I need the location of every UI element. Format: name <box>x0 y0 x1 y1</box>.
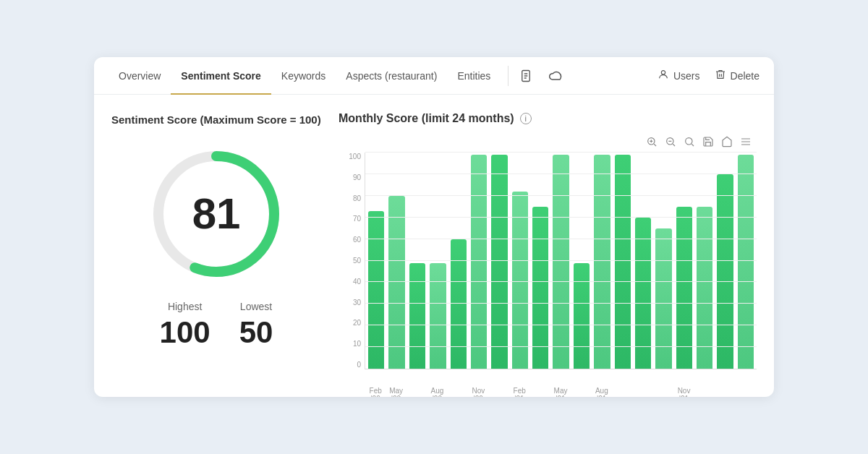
bar[interactable] <box>717 174 733 369</box>
bar-group[interactable] <box>635 153 651 369</box>
bar-group[interactable] <box>738 153 754 369</box>
y-axis-label: 60 <box>339 236 361 244</box>
bar[interactable] <box>574 263 590 369</box>
tab-separator <box>508 66 509 86</box>
highest-label: Highest <box>168 301 202 312</box>
bar-group[interactable] <box>594 153 610 369</box>
y-axis-label: 50 <box>339 257 361 265</box>
bar[interactable] <box>553 155 569 369</box>
svg-point-14 <box>686 138 692 145</box>
cloud-icon[interactable] <box>546 66 566 86</box>
bar[interactable] <box>368 211 384 369</box>
bar-group[interactable] <box>512 153 528 369</box>
bar[interactable] <box>655 228 671 369</box>
bar[interactable] <box>388 196 404 369</box>
bar-chart-wrapper: 0102030405060708090100 Feb '20May '20Aug… <box>339 134 757 380</box>
bar-group[interactable] <box>553 153 569 369</box>
highest-value: 100 <box>160 315 210 350</box>
bar-group[interactable] <box>430 153 446 369</box>
lowest-label: Lowest <box>240 301 272 312</box>
menu-icon[interactable] <box>738 134 754 150</box>
zoom-out-icon[interactable] <box>663 134 678 150</box>
lowest-stat: Lowest 50 <box>239 301 273 350</box>
x-axis-label <box>655 387 671 397</box>
y-axis-label: 70 <box>339 215 361 223</box>
y-axis-label: 10 <box>339 340 361 348</box>
bar[interactable] <box>738 155 754 369</box>
x-axis-label: May '20 <box>388 387 404 397</box>
tab-bar: Overview Sentiment Score Keywords Aspect… <box>94 57 774 95</box>
left-panel: Sentiment Score (Maximum Score = 100) 81… <box>111 112 321 380</box>
tab-keywords[interactable]: Keywords <box>271 57 336 95</box>
bars-container <box>365 153 757 369</box>
bar-group[interactable] <box>471 153 487 369</box>
zoom-in-icon[interactable] <box>644 134 660 150</box>
x-axis-label: Aug '21 <box>594 387 610 397</box>
save-chart-icon[interactable] <box>700 134 716 150</box>
bar-group[interactable] <box>697 153 712 369</box>
bar-group[interactable] <box>388 153 404 369</box>
bar-group[interactable] <box>409 153 425 369</box>
bar-group[interactable] <box>368 153 384 369</box>
svg-line-15 <box>692 144 694 146</box>
x-axis-label <box>491 387 507 397</box>
tab-entities[interactable]: Entities <box>447 57 501 95</box>
x-axis-label <box>532 387 548 397</box>
svg-line-12 <box>673 144 675 146</box>
bar[interactable] <box>635 218 651 369</box>
y-axis-label: 90 <box>339 174 361 181</box>
y-axis-label: 80 <box>339 194 361 202</box>
bar[interactable] <box>451 239 467 369</box>
bar-group[interactable] <box>676 153 692 369</box>
tab-sentiment-score[interactable]: Sentiment Score <box>171 57 271 95</box>
x-axis-label: Aug '20 <box>429 387 445 397</box>
x-axis-label <box>717 387 733 397</box>
bar[interactable] <box>697 207 712 369</box>
svg-line-8 <box>654 144 656 146</box>
tab-aspects[interactable]: Aspects (restaurant) <box>336 57 447 95</box>
bar-group[interactable] <box>451 153 467 369</box>
y-axis-label: 0 <box>339 361 361 369</box>
bar-group[interactable] <box>615 153 631 369</box>
bar[interactable] <box>594 155 610 369</box>
x-axis-label: Nov '21 <box>676 387 692 397</box>
x-axis-label: May '21 <box>553 387 569 397</box>
highest-stat: Highest 100 <box>160 301 210 350</box>
svg-point-4 <box>661 71 665 74</box>
x-axis-label: Nov '20 <box>470 387 486 397</box>
lowest-value: 50 <box>239 315 273 350</box>
bar[interactable] <box>512 192 528 369</box>
users-button[interactable]: Users <box>658 69 700 82</box>
x-axis-label <box>634 387 650 397</box>
chart-info-icon[interactable]: i <box>520 113 532 124</box>
home-icon[interactable] <box>719 134 735 150</box>
main-content: Sentiment Score (Maximum Score = 100) 81… <box>94 95 774 397</box>
bar-group[interactable] <box>532 153 548 369</box>
bar[interactable] <box>615 155 631 369</box>
magnify-icon[interactable] <box>681 134 697 150</box>
users-label: Users <box>673 70 700 82</box>
bar-group[interactable] <box>717 153 733 369</box>
x-axis-label <box>738 387 754 397</box>
bar[interactable] <box>491 155 507 369</box>
panel-title: Sentiment Score (Maximum Score = 100) <box>111 112 321 127</box>
bar[interactable] <box>430 263 446 369</box>
y-axis-label: 30 <box>339 299 361 307</box>
document-icon[interactable] <box>516 66 536 86</box>
bar[interactable] <box>409 263 425 369</box>
x-axis-label: Feb '20 <box>367 387 383 397</box>
tab-overview[interactable]: Overview <box>109 57 171 95</box>
bar-group[interactable] <box>655 153 671 369</box>
chart-title: Monthly Score (limit 24 months) i <box>339 112 532 125</box>
bar-group[interactable] <box>574 153 590 369</box>
chart-header: Monthly Score (limit 24 months) i <box>339 112 757 125</box>
y-axis-label: 20 <box>339 319 361 327</box>
delete-label: Delete <box>731 70 760 82</box>
bar[interactable] <box>471 155 487 369</box>
delete-button[interactable]: Delete <box>715 69 760 82</box>
bar[interactable] <box>676 207 692 369</box>
bar[interactable] <box>532 207 548 369</box>
tab-icon-group <box>516 66 566 86</box>
bar-group[interactable] <box>491 153 507 369</box>
right-panel: Monthly Score (limit 24 months) i <box>339 112 757 380</box>
